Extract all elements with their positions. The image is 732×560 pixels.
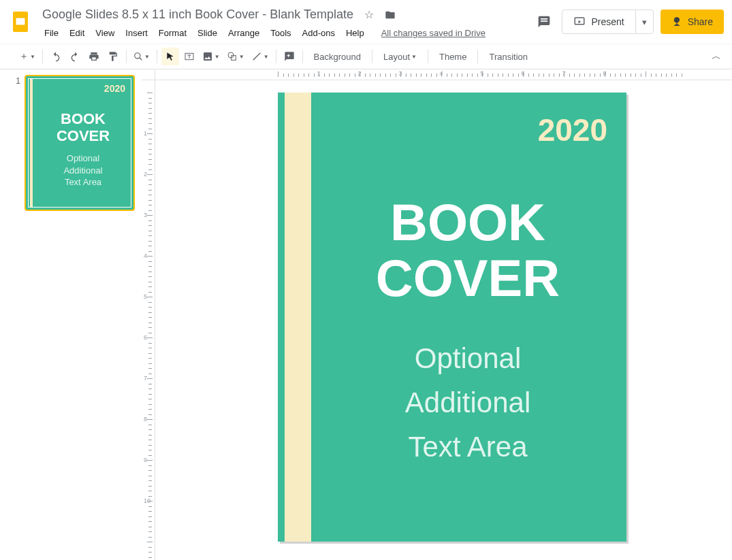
ruler-corner — [142, 69, 155, 80]
sub-line-1: Optional — [415, 342, 521, 374]
thumb-sub-2: Additional — [63, 165, 102, 176]
canvas-area: 12345678 12345678910 2020 BOOK COVER Opt… — [142, 69, 732, 560]
slides-logo-icon[interactable] — [7, 8, 34, 35]
thumb-title-2: COVER — [57, 127, 110, 144]
chevron-down-icon: ▼ — [264, 54, 269, 60]
select-tool-button[interactable] — [161, 48, 179, 65]
slide-number: 1 — [11, 75, 20, 211]
svg-point-4 — [135, 53, 140, 59]
undo-button[interactable] — [47, 48, 65, 65]
thumb-title: BOOK COVER — [41, 110, 125, 145]
chevron-down-icon: ▼ — [144, 54, 150, 60]
menu-help[interactable]: Help — [341, 25, 369, 41]
menu-view[interactable]: View — [91, 25, 119, 41]
shape-button[interactable]: ▼ — [224, 48, 247, 65]
zoom-button[interactable]: ▼ — [131, 48, 153, 65]
thumb-sub-3: Text Area — [65, 177, 101, 187]
separator — [126, 50, 127, 63]
title-line-2: COVER — [376, 249, 560, 307]
slide-subtitle-text[interactable]: Optional Additional Text Area — [325, 336, 610, 469]
star-icon[interactable]: ☆ — [362, 5, 377, 24]
sub-line-3: Text Area — [408, 431, 527, 463]
ruler-vertical[interactable]: 12345678910 — [142, 80, 155, 560]
transition-button[interactable]: Transition — [482, 48, 535, 65]
title-line-1: BOOK — [390, 193, 545, 251]
separator — [276, 50, 276, 63]
header-actions: Present ▾ Share — [533, 10, 724, 34]
toolbar: ＋▼ ▼ ▼ ▼ ▼ Background Layout▼ Theme Tran… — [0, 44, 732, 69]
present-label: Present — [591, 16, 624, 27]
document-title[interactable]: Google Slides 8.5 x 11 inch Book Cover -… — [39, 6, 356, 23]
filmstrip[interactable]: 1 2020 BOOK COVER Optional Additional Te… — [0, 69, 142, 560]
print-button[interactable] — [85, 48, 103, 65]
separator — [42, 50, 43, 63]
menu-bar: File Edit View Insert Format Slide Arran… — [39, 25, 533, 41]
menu-arrange[interactable]: Arrange — [223, 25, 264, 41]
share-label: Share — [688, 16, 713, 27]
present-dropdown-icon[interactable]: ▾ — [635, 10, 653, 33]
menu-format[interactable]: Format — [154, 25, 191, 41]
move-folder-icon[interactable] — [382, 7, 398, 23]
redo-button[interactable] — [66, 48, 84, 65]
slide-year-text[interactable]: 2020 — [538, 112, 607, 148]
workspace: 1 2020 BOOK COVER Optional Additional Te… — [0, 69, 732, 560]
present-button[interactable]: Present — [562, 10, 635, 33]
chevron-down-icon: ▼ — [411, 54, 417, 60]
layout-label: Layout — [383, 52, 410, 62]
comments-icon[interactable] — [533, 11, 555, 33]
thumb-content: 2020 BOOK COVER Optional Additional Text… — [28, 78, 131, 208]
slide-title-text[interactable]: BOOK COVER — [325, 195, 610, 306]
image-button[interactable]: ▼ — [200, 48, 223, 65]
present-group: Present ▾ — [562, 10, 653, 34]
svg-rect-1 — [16, 18, 25, 25]
canvas-scroll[interactable]: 2020 BOOK COVER Optional Additional Text… — [155, 80, 732, 560]
header: Google Slides 8.5 x 11 inch Book Cover -… — [0, 0, 732, 44]
separator — [372, 50, 372, 63]
paint-format-button[interactable] — [104, 48, 122, 65]
spine-green — [278, 93, 285, 542]
layout-button[interactable]: Layout▼ — [377, 48, 424, 65]
menu-slide[interactable]: Slide — [193, 25, 222, 41]
thumb-subtitle: Optional Additional Text Area — [41, 152, 125, 188]
svg-point-6 — [228, 52, 234, 58]
title-block: Google Slides 8.5 x 11 inch Book Cover -… — [39, 5, 533, 41]
theme-button[interactable]: Theme — [432, 48, 473, 65]
chevron-down-icon: ▼ — [239, 54, 244, 60]
thumb-spine-edge — [29, 79, 30, 207]
chevron-down-icon: ▼ — [30, 54, 35, 60]
share-button[interactable]: Share — [661, 10, 724, 34]
ruler-horizontal[interactable]: 12345678 — [155, 69, 732, 80]
slide-canvas[interactable]: 2020 BOOK COVER Optional Additional Text… — [278, 93, 626, 542]
separator — [302, 50, 303, 63]
menu-addons[interactable]: Add-ons — [298, 25, 340, 41]
sub-line-2: Additional — [405, 386, 530, 418]
background-button[interactable]: Background — [307, 48, 368, 65]
add-comment-button[interactable] — [281, 48, 298, 65]
new-slide-button[interactable]: ＋▼ — [16, 48, 38, 65]
thumb-sub-1: Optional — [67, 153, 99, 163]
separator — [428, 50, 428, 63]
save-status[interactable]: All changes saved in Drive — [381, 25, 486, 41]
thumb-year: 2020 — [104, 83, 125, 94]
collapse-toolbar-icon[interactable]: ︿ — [707, 48, 725, 65]
menu-insert[interactable]: Insert — [121, 25, 153, 41]
line-button[interactable]: ▼ — [249, 48, 272, 65]
menu-tools[interactable]: Tools — [266, 25, 296, 41]
menu-edit[interactable]: Edit — [65, 25, 89, 41]
separator — [477, 50, 478, 63]
slide-thumb-wrap: 1 2020 BOOK COVER Optional Additional Te… — [0, 75, 142, 211]
chevron-down-icon: ▼ — [214, 54, 220, 60]
separator — [157, 50, 157, 63]
menu-file[interactable]: File — [39, 25, 63, 41]
textbox-button[interactable] — [180, 48, 198, 65]
slide-thumbnail-1[interactable]: 2020 BOOK COVER Optional Additional Text… — [25, 75, 135, 211]
thumb-title-1: BOOK — [61, 110, 106, 127]
